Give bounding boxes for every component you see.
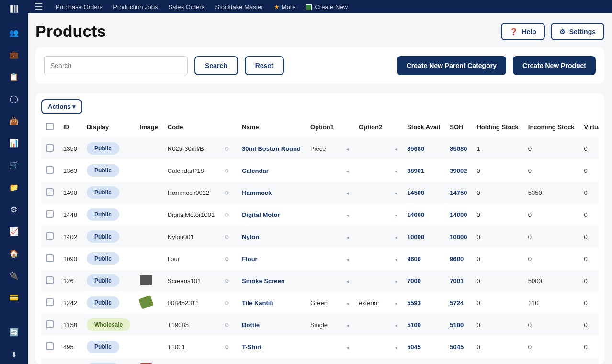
option2-caret-icon[interactable]: ◂ [395, 344, 397, 350]
row-gear-icon[interactable]: ⚙ [224, 344, 229, 351]
display-badge[interactable]: Public [87, 230, 119, 243]
row-gear-icon[interactable]: ⚙ [224, 322, 229, 329]
row-gear-icon[interactable]: ⚙ [224, 190, 229, 196]
display-badge[interactable]: Public [87, 208, 119, 221]
briefcase-icon[interactable]: 💼 [9, 50, 19, 59]
row-checkbox[interactable] [46, 342, 54, 350]
row-gear-icon[interactable]: ⚙ [224, 146, 229, 152]
settings-button[interactable]: ⚙Settings [551, 23, 604, 40]
option1-caret-icon[interactable]: ◂ [346, 212, 349, 218]
row-checkbox[interactable] [46, 144, 54, 152]
nav-create-new[interactable]: Create New [306, 3, 348, 11]
reset-button[interactable]: Reset [245, 56, 284, 75]
card-icon[interactable]: 💳 [9, 293, 19, 303]
cell-name[interactable]: o ring [237, 358, 306, 364]
sync-icon[interactable]: 🔄 [9, 328, 19, 337]
cell-name[interactable]: Hammock [237, 182, 306, 204]
row-gear-icon[interactable]: ⚙ [224, 300, 229, 307]
display-badge[interactable]: Public [87, 142, 119, 155]
cell-name[interactable]: Nylon [237, 226, 306, 248]
cell-name[interactable]: Digital Motor [237, 204, 306, 226]
option1-caret-icon[interactable]: ◂ [346, 234, 349, 240]
row-checkbox[interactable] [46, 298, 54, 306]
plug-icon[interactable]: 🔌 [9, 271, 19, 281]
option1-caret-icon[interactable]: ◂ [346, 256, 349, 262]
row-gear-icon[interactable]: ⚙ [224, 212, 229, 218]
cell-name[interactable]: 30ml Boston Round [237, 137, 306, 159]
option2-caret-icon[interactable]: ◂ [395, 190, 397, 196]
row-checkbox[interactable] [46, 232, 54, 240]
row-gear-icon[interactable]: ⚙ [224, 234, 229, 240]
column-header[interactable] [339, 117, 354, 137]
option1-caret-icon[interactable]: ◂ [346, 146, 349, 152]
cart-icon[interactable]: 🛒 [9, 160, 19, 170]
row-gear-icon[interactable]: ⚙ [224, 278, 229, 284]
row-gear-icon[interactable]: ⚙ [224, 168, 229, 174]
column-header[interactable] [219, 117, 237, 137]
option1-caret-icon[interactable]: ◂ [346, 168, 349, 174]
option2-caret-icon[interactable]: ◂ [395, 322, 397, 328]
column-header[interactable]: Incoming Stock [523, 117, 579, 137]
sitemap-icon[interactable]: ⚙ [9, 205, 19, 214]
column-header[interactable]: Display [82, 117, 135, 137]
row-checkbox[interactable] [46, 188, 54, 196]
column-header[interactable]: ID [58, 117, 82, 137]
select-all-checkbox[interactable] [46, 123, 54, 130]
help-button[interactable]: ❓Help [501, 23, 544, 40]
option1-caret-icon[interactable]: ◂ [346, 344, 349, 350]
column-header[interactable]: Virtual Stock [579, 117, 599, 137]
option1-caret-icon[interactable]: ◂ [346, 278, 349, 284]
option2-caret-icon[interactable]: ◂ [395, 146, 397, 152]
users-icon[interactable]: 👥 [9, 28, 19, 37]
cell-name[interactable]: T-Shirt [237, 336, 306, 358]
folder-icon[interactable]: 📁 [9, 182, 19, 192]
column-header[interactable]: SOH [445, 117, 472, 137]
row-checkbox[interactable] [46, 166, 54, 174]
option2-caret-icon[interactable]: ◂ [395, 256, 397, 262]
option2-caret-icon[interactable]: ◂ [395, 300, 397, 306]
column-header[interactable]: Image [135, 117, 163, 137]
column-header[interactable]: Stock Avail [402, 117, 445, 137]
hamburger-icon[interactable]: ☰ [34, 1, 43, 12]
option2-caret-icon[interactable]: ◂ [395, 168, 397, 174]
display-badge[interactable]: Public [87, 252, 119, 265]
cell-name[interactable]: Flour [237, 248, 306, 270]
column-header[interactable]: Name [237, 117, 306, 137]
column-header[interactable]: Option1 [306, 117, 339, 137]
row-gear-icon[interactable]: ⚙ [224, 256, 229, 262]
option1-caret-icon[interactable]: ◂ [346, 322, 349, 328]
option2-caret-icon[interactable]: ◂ [395, 212, 397, 218]
display-badge[interactable]: Public [87, 164, 119, 177]
create-parent-category-button[interactable]: Create New Parent Category [397, 56, 506, 75]
bars-icon[interactable]: 📈 [9, 227, 19, 236]
search-button[interactable]: Search [194, 56, 238, 75]
display-badge[interactable]: Public [87, 296, 119, 309]
display-badge[interactable]: Wholesale [87, 318, 130, 331]
home-icon[interactable]: 🏠 [9, 249, 19, 258]
row-checkbox[interactable] [46, 276, 54, 284]
display-badge[interactable]: Public [87, 341, 119, 353]
row-checkbox[interactable] [46, 254, 54, 262]
column-header[interactable] [387, 117, 402, 137]
option1-caret-icon[interactable]: ◂ [346, 190, 349, 196]
download-icon[interactable]: ⬇ [9, 350, 19, 359]
actions-dropdown[interactable]: Actions ▾ [41, 99, 82, 114]
circle-icon[interactable]: ◯ [9, 94, 19, 103]
row-checkbox[interactable] [46, 210, 54, 218]
nav-stocktake-master[interactable]: Stocktake Master [215, 3, 263, 11]
nav-production-jobs[interactable]: Production Jobs [113, 3, 158, 11]
option2-caret-icon[interactable]: ◂ [395, 234, 397, 240]
column-header[interactable]: Option2 [354, 117, 387, 137]
column-header[interactable] [41, 117, 58, 137]
bag-icon[interactable]: 👜 [9, 116, 19, 126]
search-input[interactable] [44, 56, 188, 75]
option2-caret-icon[interactable]: ◂ [395, 278, 397, 284]
nav-sales-orders[interactable]: Sales Orders [169, 3, 205, 11]
option1-caret-icon[interactable]: ◂ [346, 300, 349, 306]
column-header[interactable]: Holding Stock [472, 117, 523, 137]
chart-icon[interactable]: 📊 [9, 138, 19, 148]
cell-name[interactable]: Tile Kantili [237, 292, 306, 314]
display-badge[interactable]: Public [87, 186, 119, 199]
row-checkbox[interactable] [46, 320, 54, 328]
cell-name[interactable]: Calendar [237, 159, 306, 182]
